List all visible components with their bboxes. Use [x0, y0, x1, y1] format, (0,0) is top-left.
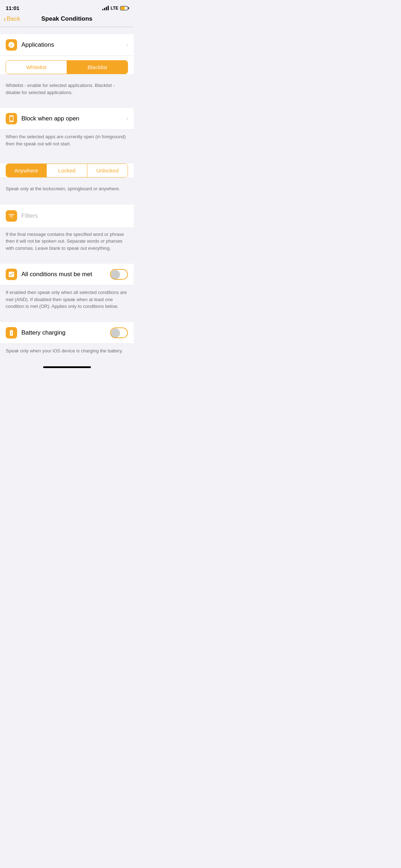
status-bar: 11:01 LTE ⚡ — [0, 0, 134, 14]
applications-label: Applications — [21, 41, 126, 48]
all-conditions-label: All conditions must be met — [21, 271, 110, 278]
battery-charging-icon — [6, 327, 17, 339]
filters-row[interactable]: Filters — [0, 205, 134, 227]
back-button[interactable]: ‹ Back — [4, 15, 20, 23]
applications-section: A* Applications › Whitelist Blacklist — [0, 34, 134, 74]
block-app-chevron-icon: › — [126, 115, 128, 122]
lte-label: LTE — [110, 6, 118, 11]
page-title: Speak Conditions — [41, 15, 93, 22]
status-time: 11:01 — [6, 5, 19, 11]
filters-section: Filters — [0, 205, 134, 227]
block-app-description: When the selected apps are currently ope… — [0, 130, 134, 152]
back-label: Back — [7, 15, 20, 22]
unlocked-button[interactable]: Unlocked — [87, 164, 128, 177]
battery-charging-description: Speak only when your iOS device is charg… — [0, 344, 134, 360]
whitelist-blacklist-description: Whitelist - enable for selected applicat… — [0, 78, 134, 101]
battery-charging-row[interactable]: Battery charging — [0, 322, 134, 344]
whitelist-blacklist-control[interactable]: Whitelist Blacklist — [6, 60, 128, 74]
back-chevron-icon: ‹ — [4, 15, 6, 23]
app-store-icon: A* — [8, 41, 15, 48]
all-conditions-toggle-knob — [111, 270, 120, 279]
block-app-row[interactable]: Block when app open › — [0, 108, 134, 130]
battery-charging-toggle[interactable] — [110, 327, 128, 338]
all-conditions-description: If enabled then speak only when all sele… — [0, 285, 134, 315]
signal-bars-icon — [102, 6, 109, 10]
battery-icon: ⚡ — [120, 6, 128, 10]
blacklist-button[interactable]: Blacklist — [67, 61, 128, 74]
all-conditions-toggle[interactable] — [110, 269, 128, 280]
checkbox-icon — [8, 271, 15, 278]
status-right: LTE ⚡ — [102, 6, 128, 11]
block-app-section: Block when app open › — [0, 108, 134, 130]
block-app-icon — [6, 113, 17, 124]
lockscreen-description: Speak only at the lockscreen, springboar… — [0, 182, 134, 197]
battery-charging-toggle-knob — [111, 329, 120, 337]
gap-2 — [0, 101, 134, 108]
applications-icon: A* — [6, 39, 17, 51]
gap-1 — [0, 27, 134, 34]
battery-charging-label: Battery charging — [21, 329, 110, 336]
all-conditions-icon — [6, 269, 17, 280]
filter-funnel-icon — [8, 212, 15, 219]
block-app-label: Block when app open — [21, 115, 126, 122]
all-conditions-section: All conditions must be met — [0, 264, 134, 285]
locked-button[interactable]: Locked — [47, 164, 87, 177]
nav-bar: ‹ Back Speak Conditions — [0, 14, 134, 27]
filters-label: Filters — [21, 212, 38, 219]
lockscreen-control[interactable]: Anywhere Locked Unlocked — [6, 164, 128, 177]
app-block-icon — [8, 115, 15, 122]
battery-bolt-icon — [8, 329, 15, 336]
filters-icon — [6, 210, 17, 222]
battery-charging-section: Battery charging — [0, 322, 134, 344]
applications-chevron-icon: › — [126, 42, 128, 48]
gap-4 — [0, 197, 134, 205]
gap-5 — [0, 257, 134, 264]
filters-description: If the final message contains the specif… — [0, 227, 134, 257]
gap-6 — [0, 315, 134, 322]
all-conditions-row[interactable]: All conditions must be met — [0, 264, 134, 285]
gap-3 — [0, 152, 134, 159]
anywhere-button[interactable]: Anywhere — [6, 164, 47, 177]
whitelist-button[interactable]: Whitelist — [6, 61, 67, 74]
svg-text:A*: A* — [10, 43, 14, 47]
applications-row[interactable]: A* Applications › — [0, 34, 134, 56]
home-indicator — [43, 366, 91, 368]
